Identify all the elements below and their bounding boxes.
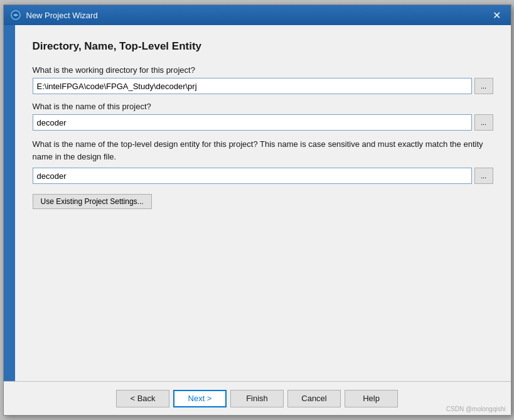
entity-input[interactable] <box>33 168 472 184</box>
footer: < Back Next > Finish Cancel Help <box>4 381 511 415</box>
finish-button[interactable]: Finish <box>230 390 284 407</box>
name-group: What is the name of this project? ... <box>33 102 493 131</box>
directory-browse-button[interactable]: ... <box>474 78 493 94</box>
dialog-window: New Project Wizard ✕ Directory, Name, To… <box>3 4 511 416</box>
name-input[interactable] <box>33 114 472 131</box>
directory-input[interactable] <box>33 78 472 94</box>
cancel-button[interactable]: Cancel <box>287 390 341 407</box>
back-button[interactable]: < Back <box>116 390 169 407</box>
entity-group: What is the name of the top-level design… <box>33 138 493 184</box>
next-button[interactable]: Next > <box>173 390 227 407</box>
directory-input-row: ... <box>33 78 493 94</box>
page-title: Directory, Name, Top-Level Entity <box>33 40 493 53</box>
directory-label: What is the working directory for this p… <box>33 65 493 75</box>
existing-settings-button[interactable]: Use Existing Project Settings... <box>33 194 152 209</box>
entity-browse-button[interactable]: ... <box>474 168 493 184</box>
content-area: Directory, Name, Top-Level Entity What i… <box>4 25 511 381</box>
name-browse-button[interactable]: ... <box>474 114 493 131</box>
entity-description: What is the name of the top-level design… <box>33 138 493 163</box>
left-sidebar <box>4 25 15 381</box>
entity-input-row: ... <box>33 168 493 184</box>
name-input-row: ... <box>33 114 493 131</box>
directory-group: What is the working directory for this p… <box>33 65 493 94</box>
close-button[interactable]: ✕ <box>490 8 505 23</box>
title-bar: New Project Wizard ✕ <box>4 5 511 25</box>
app-icon <box>10 9 21 21</box>
existing-settings-group: Use Existing Project Settings... <box>33 191 493 209</box>
dialog-title: New Project Wizard <box>26 11 490 20</box>
watermark: CSDN @molongqishi <box>446 406 506 412</box>
main-content: Directory, Name, Top-Level Entity What i… <box>15 25 511 381</box>
name-label: What is the name of this project? <box>33 102 493 111</box>
help-button[interactable]: Help <box>345 390 398 407</box>
